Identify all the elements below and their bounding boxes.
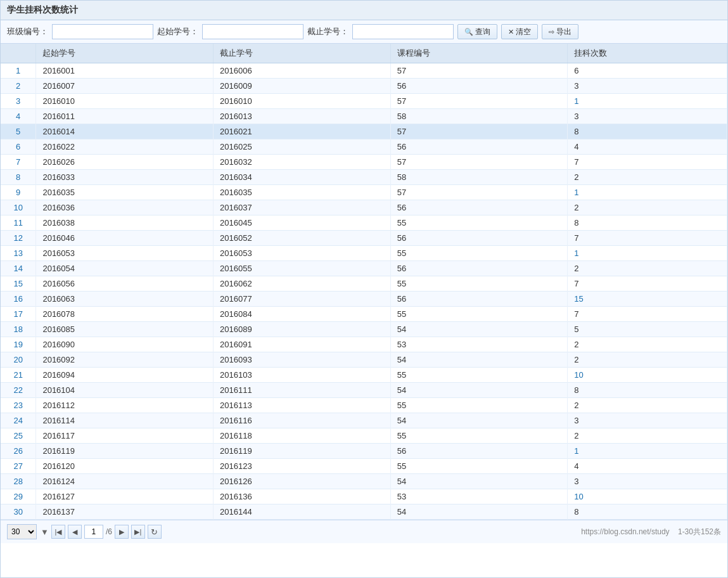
table-row: 2220161042016111548 [1,383,727,398]
row-start: 2016010 [36,94,214,109]
table-row: 1020160362016037562 [1,200,727,215]
row-end: 2016032 [214,155,391,170]
row-start: 2016063 [36,292,214,307]
row-index: 1 [1,63,36,79]
row-count: 2 [568,428,727,444]
page-size-select[interactable]: 30 10 20 50 100 [7,524,37,539]
table-row: 2320161122016113552 [1,398,727,413]
row-course: 54 [390,383,568,398]
row-count: 2 [568,398,727,413]
export-icon: ⇨ [549,28,554,36]
row-start: 2016054 [36,261,214,276]
start-label: 起始学号： [157,26,198,37]
class-input[interactable] [52,24,153,39]
row-end: 2016123 [214,459,391,474]
row-index: 25 [1,428,36,444]
row-count: 8 [568,124,727,139]
row-end: 2016113 [214,398,391,413]
end-label: 截止学号： [307,26,348,37]
row-start: 2016137 [36,504,214,520]
row-course: 53 [390,337,568,352]
row-end: 2016055 [214,261,391,276]
data-table: 起始学号 截止学号 课程编号 挂科次数 12016001201600657622… [1,44,727,520]
row-count: 1 [568,94,727,109]
row-count: 8 [568,504,727,520]
row-end: 2016006 [214,63,391,79]
row-index: 11 [1,215,36,231]
row-index: 4 [1,109,36,124]
row-start: 2016120 [36,459,214,474]
row-index: 27 [1,459,36,474]
close-icon: ✕ [508,28,514,36]
row-course: 58 [390,109,568,124]
clear-button[interactable]: ✕ 清空 [501,24,538,39]
table-row: 3020161372016144548 [1,504,727,520]
row-count: 2 [568,352,727,368]
page-number-input[interactable] [84,525,103,539]
search-icon: 🔍 [464,28,473,36]
col-course-header: 课程编号 [390,44,568,63]
page-wrapper: 学生挂科次数统计 班级编号： 起始学号： 截止学号： 🔍 查询 ✕ 清空 ⇨ 导… [0,0,728,578]
table-row: 1520160562016062557 [1,276,727,292]
row-course: 56 [390,231,568,246]
row-index: 14 [1,261,36,276]
row-start: 2016033 [36,170,214,185]
row-end: 2016093 [214,352,391,368]
table-row: 1720160782016084557 [1,307,727,322]
row-index: 2 [1,79,36,94]
table-row: 16201606320160775615 [1,292,727,307]
row-index: 5 [1,124,36,139]
first-page-button[interactable]: |◀ [51,525,65,539]
page-separator: /6 [106,527,112,536]
prev-page-button[interactable]: ◀ [68,525,82,539]
start-input[interactable] [202,24,303,39]
table-row: 2420161142016116543 [1,413,727,428]
refresh-button[interactable]: ↻ [148,525,162,539]
row-course: 58 [390,170,568,185]
row-start: 2016094 [36,368,214,383]
table-row: 620160222016025564 [1,139,727,155]
row-index: 15 [1,276,36,292]
row-count: 3 [568,79,727,94]
row-end: 2016010 [214,94,391,109]
table-row: 520160142016021578 [1,124,727,139]
row-course: 55 [390,246,568,261]
row-course: 55 [390,459,568,474]
row-index: 18 [1,322,36,337]
row-course: 56 [390,139,568,155]
table-row: 2020160922016093542 [1,352,727,368]
row-course: 56 [390,79,568,94]
row-index: 30 [1,504,36,520]
next-page-button[interactable]: ▶ [115,525,129,539]
footer-bar: 30 10 20 50 100 ▼ |◀ ◀ /6 ▶ ▶| ↻ https:/… [1,520,727,543]
row-count: 7 [568,155,727,170]
row-start: 2016085 [36,322,214,337]
row-start: 2016127 [36,489,214,504]
col-index [1,44,36,63]
row-end: 2016035 [214,185,391,200]
table-row: 220160072016009563 [1,79,727,94]
row-course: 55 [390,215,568,231]
row-start: 2016056 [36,276,214,292]
row-index: 6 [1,139,36,155]
last-page-button[interactable]: ▶| [131,525,145,539]
row-start: 2016001 [36,63,214,79]
row-index: 28 [1,474,36,489]
row-start: 2016090 [36,337,214,352]
row-course: 56 [390,261,568,276]
row-start: 2016011 [36,109,214,124]
table-row: 120160012016006576 [1,63,727,79]
row-start: 2016078 [36,307,214,322]
query-button[interactable]: 🔍 查询 [457,24,497,39]
row-end: 2016053 [214,246,391,261]
row-start: 2016124 [36,474,214,489]
end-input[interactable] [352,24,454,39]
row-count: 1 [568,185,727,200]
row-count: 3 [568,109,727,124]
row-count: 2 [568,170,727,185]
table-row: 1220160462016052567 [1,231,727,246]
table-row: 420160112016013583 [1,109,727,124]
row-start: 2016112 [36,398,214,413]
export-button[interactable]: ⇨ 导出 [542,24,578,39]
row-start: 2016117 [36,428,214,444]
